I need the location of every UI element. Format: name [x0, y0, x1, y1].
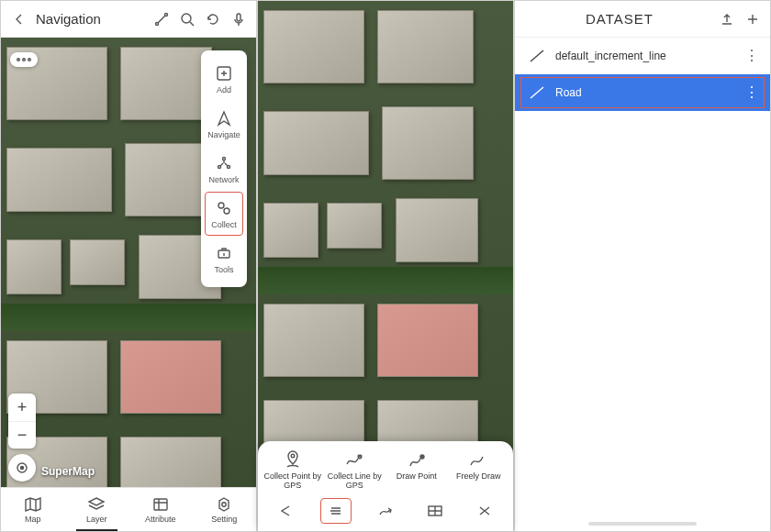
- header-title: DATASET: [524, 11, 715, 27]
- upload-icon[interactable]: [715, 7, 739, 31]
- header-bar: Navigation: [1, 1, 256, 38]
- grid-icon: [427, 504, 443, 517]
- tool-tools[interactable]: Tools: [205, 237, 243, 281]
- svg-point-4: [17, 59, 20, 61]
- svg-point-2: [182, 14, 191, 23]
- dataset-row[interactable]: default_increment_line ⋮: [515, 38, 770, 74]
- line-icon: [524, 83, 550, 102]
- refresh-icon[interactable]: [201, 7, 225, 31]
- svg-point-19: [291, 454, 295, 458]
- svg-point-5: [23, 59, 26, 61]
- tool-add-label: Add: [217, 85, 231, 94]
- action-collect-line-gps[interactable]: Collect Line by GPS: [324, 449, 386, 491]
- map-attribution: SuperMap: [41, 465, 95, 478]
- mini-toolbar: [258, 493, 513, 531]
- tool-add[interactable]: Add: [205, 57, 243, 101]
- mini-back[interactable]: [271, 498, 302, 524]
- dataset-row[interactable]: Road ⋮: [515, 74, 770, 111]
- svg-point-18: [222, 503, 226, 506]
- gps-line-icon: [341, 449, 367, 471]
- lines-icon: [328, 504, 344, 517]
- svg-rect-3: [237, 14, 240, 21]
- plus-square-icon: [214, 63, 234, 83]
- svg-point-12: [224, 208, 229, 214]
- svg-point-21: [420, 455, 424, 459]
- locate-button[interactable]: [8, 454, 36, 482]
- mini-curve[interactable]: [370, 498, 401, 524]
- draw-point-icon: [404, 449, 430, 471]
- nav-map-label: Map: [25, 515, 41, 524]
- status-pill[interactable]: [10, 52, 38, 67]
- search-icon[interactable]: [175, 7, 199, 31]
- tools-cross-icon: [476, 504, 493, 517]
- panel-dataset: DATASET default_increment_line ⋮ Road ⋮: [514, 0, 771, 532]
- mic-icon[interactable]: [227, 7, 251, 31]
- zoom-out-button[interactable]: −: [8, 421, 36, 449]
- panel-collect: Collect Point by GPS Collect Line by GPS…: [257, 0, 514, 532]
- action-draw-point[interactable]: Draw Point: [386, 449, 448, 491]
- tool-navigate[interactable]: Navigate: [205, 102, 243, 146]
- action-collect-point-gps[interactable]: Collect Point by GPS: [262, 449, 324, 491]
- svg-rect-16: [154, 499, 167, 510]
- tool-column: Add Navigate Network Collect Tools: [201, 50, 247, 287]
- network-icon: [214, 153, 234, 173]
- curve-arrow-icon: [377, 504, 394, 517]
- mini-grid[interactable]: [419, 498, 451, 524]
- panel-navigation: Navigation Add Navigate: [0, 0, 257, 532]
- nav-map[interactable]: Map: [1, 488, 65, 531]
- header-bar: DATASET: [515, 1, 770, 38]
- header-icons: [150, 7, 251, 31]
- nav-layer[interactable]: Layer: [65, 488, 129, 531]
- action-label: Draw Point: [397, 472, 437, 482]
- mini-lines[interactable]: [320, 498, 352, 524]
- line-icon: [524, 47, 550, 65]
- plus-icon[interactable]: [741, 7, 765, 31]
- map-icon: [23, 495, 43, 514]
- action-sheet: Collect Point by GPS Collect Line by GPS…: [258, 441, 513, 531]
- nav-attribute-label: Attribute: [145, 515, 176, 524]
- zoom-control: + −: [8, 393, 36, 449]
- dataset-list: default_increment_line ⋮ Road ⋮: [515, 38, 770, 111]
- tool-collect-label: Collect: [211, 220, 237, 229]
- bottom-nav: Map Layer Attribute Setting: [1, 487, 256, 531]
- svg-point-11: [218, 203, 224, 208]
- freely-draw-icon: [465, 449, 491, 471]
- tools-icon: [214, 243, 234, 263]
- attribute-icon: [151, 495, 171, 514]
- tool-network[interactable]: Network: [205, 147, 243, 191]
- setting-icon: [214, 495, 234, 514]
- nav-setting-label: Setting: [211, 515, 237, 524]
- header-title: Navigation: [36, 11, 150, 27]
- more-icon[interactable]: ⋮: [743, 85, 761, 100]
- action-label: Freely Draw: [456, 472, 501, 482]
- tool-navigate-label: Navigate: [207, 130, 240, 139]
- action-label: Collect Point by GPS: [262, 472, 324, 491]
- nav-layer-label: Layer: [86, 515, 107, 524]
- back-button[interactable]: [6, 6, 32, 32]
- zoom-in-button[interactable]: +: [8, 393, 36, 421]
- home-indicator: [588, 522, 697, 526]
- action-row: Collect Point by GPS Collect Line by GPS…: [258, 441, 513, 493]
- route-icon[interactable]: [150, 7, 173, 31]
- gps-point-icon: [280, 449, 306, 471]
- nav-setting[interactable]: Setting: [193, 488, 257, 531]
- dataset-label: Road: [555, 86, 743, 99]
- navigate-icon: [214, 108, 234, 128]
- mini-tools[interactable]: [469, 498, 500, 524]
- more-icon[interactable]: ⋮: [743, 49, 761, 63]
- nav-attribute[interactable]: Attribute: [128, 488, 193, 531]
- tool-network-label: Network: [208, 175, 239, 184]
- action-freely-draw[interactable]: Freely Draw: [448, 449, 510, 491]
- collect-icon: [214, 198, 234, 218]
- svg-point-15: [21, 467, 24, 470]
- header-icons: [715, 7, 765, 31]
- back-arrow-icon: [278, 504, 295, 517]
- svg-point-6: [28, 59, 31, 61]
- layer-icon: [86, 495, 106, 514]
- tool-collect[interactable]: Collect: [205, 192, 243, 236]
- action-label: Collect Line by GPS: [324, 472, 386, 491]
- tool-tools-label: Tools: [214, 265, 233, 274]
- svg-marker-17: [219, 498, 229, 511]
- dataset-label: default_increment_line: [555, 50, 743, 62]
